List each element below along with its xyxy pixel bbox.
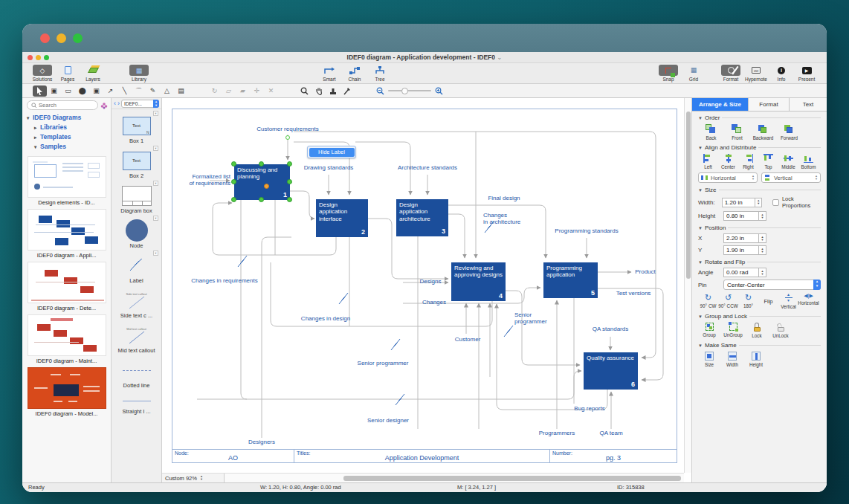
collapse-icon[interactable]: ▼ xyxy=(698,116,703,120)
zoom-button[interactable] xyxy=(73,33,83,43)
zoom-in-icon[interactable] xyxy=(435,87,443,95)
y-stepper[interactable]: ▲▼ xyxy=(759,245,766,255)
selection-handle[interactable] xyxy=(231,197,236,202)
align-middle-button[interactable]: Middle xyxy=(778,154,798,169)
angle-stepper[interactable]: ▲▼ xyxy=(759,268,766,277)
selection-handle[interactable] xyxy=(231,179,236,184)
pages-button[interactable]: Pages xyxy=(55,65,80,82)
selection-handle[interactable] xyxy=(259,197,264,202)
flow-label-senior-programmer-right[interactable]: Senior programmer xyxy=(514,311,547,325)
expander-icon[interactable]: ▾ xyxy=(153,146,158,151)
vertical-scrollbar-thumb[interactable] xyxy=(686,112,691,279)
stencil-item-side-text-callout[interactable]: Side text callout Side text c ... xyxy=(112,284,161,319)
text-tool[interactable]: ▣ xyxy=(47,85,61,97)
height-stepper[interactable]: ▲▼ xyxy=(759,211,766,221)
align-center-button[interactable]: Center xyxy=(718,154,738,169)
width-input[interactable]: 1.20 in xyxy=(722,198,755,207)
expander-icon[interactable]: ▾ xyxy=(153,251,158,256)
make-same-size-button[interactable]: Size xyxy=(698,352,720,367)
selection-handle[interactable] xyxy=(231,161,236,167)
zoom-stepper-icon[interactable]: ▲▼ xyxy=(200,475,203,481)
collapse-icon[interactable]: ▼ xyxy=(698,314,703,319)
app-minimize-button[interactable] xyxy=(36,55,41,60)
activity-box-2[interactable]: Design application interface2 xyxy=(316,199,368,237)
chain-connector-button[interactable]: Chain xyxy=(342,65,367,82)
minimize-button[interactable] xyxy=(57,33,66,43)
align-top-button[interactable]: Top xyxy=(758,154,778,169)
order-backward-button[interactable]: Backward xyxy=(750,124,776,140)
flow-label-qa-standards[interactable]: QA standards xyxy=(593,326,628,332)
order-front-button[interactable]: Front xyxy=(724,124,750,140)
make-same-height-button[interactable]: Height xyxy=(744,352,768,367)
flow-label-drawing-standards[interactable]: Drawing standards xyxy=(304,164,354,171)
flow-label-programming-standards[interactable]: Programming standards xyxy=(555,227,618,234)
flow-label-test-versions[interactable]: Test versions xyxy=(616,290,651,297)
make-same-width-button[interactable]: Width xyxy=(720,352,744,367)
flow-label-changes-in-design[interactable]: Changes in design xyxy=(301,315,350,322)
connector-tool[interactable]: ↗ xyxy=(103,85,117,97)
align-right-button[interactable]: Right xyxy=(738,154,758,169)
zoom-slider-thumb[interactable] xyxy=(401,88,408,94)
hide-label-menu-item[interactable]: Hide Label xyxy=(309,148,355,157)
pin-select-stepper[interactable]: ▲▼ xyxy=(813,280,821,290)
pen-tool[interactable]: ✎ xyxy=(146,85,160,97)
title-chevron-icon[interactable]: ⌄ xyxy=(497,54,502,61)
flow-label-formalized-list[interactable]: Formalized list of requirements xyxy=(175,173,230,187)
vertical-scrollbar[interactable] xyxy=(684,98,691,473)
app-zoom-button[interactable] xyxy=(44,55,49,60)
height-input[interactable]: 0.80 in xyxy=(723,211,759,221)
pointer-tool[interactable] xyxy=(33,85,47,97)
app-window-controls[interactable] xyxy=(28,55,49,60)
flow-label-customer[interactable]: Customer xyxy=(455,336,481,343)
solutions-browser-icon[interactable] xyxy=(100,102,108,109)
width-stepper[interactable]: ▲▼ xyxy=(755,198,762,207)
close-button[interactable] xyxy=(40,33,50,43)
flow-label-senior-programmer-left[interactable]: Senior programmer xyxy=(358,360,409,366)
group-button[interactable]: Group xyxy=(698,323,720,338)
collapse-icon[interactable]: ▼ xyxy=(698,188,703,193)
flow-label-senior-designer[interactable]: Senior designer xyxy=(367,417,409,424)
control-point[interactable] xyxy=(264,184,269,189)
stencil-item-dotted-line[interactable]: Dotted line xyxy=(112,354,161,389)
flow-label-customer-requirements[interactable]: Customer requirements xyxy=(256,126,319,132)
tree-item-samples[interactable]: ▾Samples xyxy=(27,142,111,152)
collapse-icon[interactable]: ▼ xyxy=(698,226,703,230)
order-back-button[interactable]: Back xyxy=(698,124,724,140)
selection-handle[interactable] xyxy=(287,161,292,167)
hypernote-button[interactable]: oo Hypernote xyxy=(743,65,769,82)
ungroup-button[interactable]: UnGroup xyxy=(720,323,746,338)
hide-label-popup[interactable]: Hide Label xyxy=(307,146,356,158)
flow-label-final-design[interactable]: Final design xyxy=(488,195,520,201)
smart-connector-button[interactable]: Smart xyxy=(317,65,342,82)
sample-card-design-elements[interactable]: Design elements - ID... xyxy=(28,156,106,206)
flow-label-bug-reports[interactable]: Bug reports xyxy=(574,405,604,412)
info-button[interactable]: i Info xyxy=(769,65,794,82)
expander-icon[interactable]: ▾ xyxy=(153,181,158,186)
tree-item-idef0-diagrams[interactable]: ▾IDEF0 Diagrams xyxy=(27,113,111,123)
zoom-level-select[interactable]: Custom 92% ▲▼ xyxy=(162,474,225,482)
ellipse-tool[interactable]: ⬤ xyxy=(75,85,89,97)
zoom-slider-track[interactable] xyxy=(388,90,431,91)
collapse-icon[interactable]: ▼ xyxy=(698,260,703,265)
move-points-tool[interactable]: ✛ xyxy=(250,85,264,97)
tree-item-libraries[interactable]: ▸Libraries xyxy=(27,123,111,132)
drawing-canvas[interactable]: Discussing and planning1 Design applicat… xyxy=(162,98,691,482)
expander-icon[interactable]: ▾ xyxy=(153,111,158,116)
sample-card-determination[interactable]: IDEF0 diagram - Dete... xyxy=(28,262,106,311)
cut-tool[interactable]: ✕ xyxy=(264,85,278,97)
grid-button[interactable]: ▦ Grid xyxy=(681,65,706,82)
pan-hand-tool[interactable] xyxy=(311,85,326,97)
rotate-tool[interactable]: ↻ xyxy=(207,85,222,97)
distribute-horizontal-select[interactable]: Horizontal ▲▼ xyxy=(698,172,758,183)
stencil-next-icon[interactable]: › xyxy=(117,100,120,107)
expander-icon[interactable]: ▾ xyxy=(153,216,158,221)
pin-select[interactable]: Center-Center▲▼ xyxy=(723,280,821,290)
x-position-input[interactable]: 2.20 in xyxy=(723,233,759,243)
tree-item-templates[interactable]: ▸Templates xyxy=(27,132,111,142)
flow-label-changes[interactable]: Changes xyxy=(422,299,446,306)
flow-label-qa-team[interactable]: QA team xyxy=(599,430,622,436)
flip-vertical-button[interactable]: ▲▼ Vertical xyxy=(778,293,798,309)
stencil-item-box1[interactable]: ▾ TextN Box 1 xyxy=(112,109,161,144)
distribute-vertical-select[interactable]: Vertical ▲▼ xyxy=(761,172,821,183)
stencil-item-label[interactable]: ▾ Label xyxy=(112,249,161,284)
